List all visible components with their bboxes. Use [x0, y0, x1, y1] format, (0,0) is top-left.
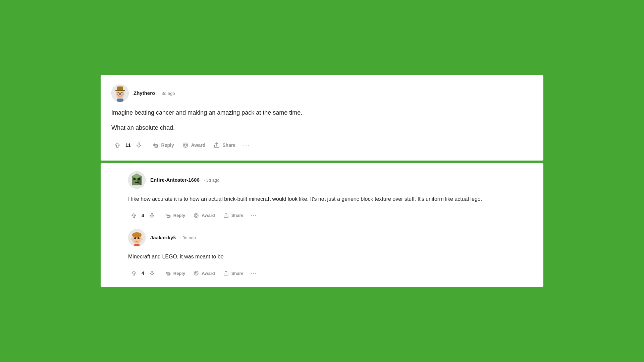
svg-point-30 [194, 271, 198, 275]
svg-rect-16 [138, 178, 140, 180]
reply-award-button-2[interactable]: Award [190, 268, 218, 278]
svg-point-10 [184, 144, 186, 146]
reply-upvote-1[interactable] [128, 210, 140, 221]
svg-point-23 [131, 238, 133, 240]
vote-count: 11 [124, 142, 132, 148]
reply-downvote-2[interactable] [146, 268, 158, 278]
reply-item-1: Entire-Anteater-1606 · 3d ago I like how… [128, 171, 533, 221]
award-button[interactable]: Award [179, 140, 209, 150]
reply-more-options-2[interactable]: ··· [248, 268, 260, 279]
svg-rect-8 [117, 99, 123, 102]
reply-avatar-1 [128, 171, 146, 189]
reply-reply-button-2[interactable]: Reply [162, 268, 189, 278]
reply-upvote-2[interactable] [128, 268, 140, 278]
comment-meta: Zhythero · 3d ago [133, 90, 175, 96]
svg-point-25 [134, 237, 136, 239]
reply-item-2: Jaakarikyk · 3d ago Minecraft and LEGO, … [128, 229, 533, 279]
svg-point-19 [195, 215, 197, 217]
reply-share-button-2[interactable]: Share [220, 268, 247, 278]
reply-vote-count-1: 4 [140, 213, 146, 218]
page-wrapper: Zhythero · 3d ago Imagine beating cancer… [101, 75, 543, 287]
reply-header-2: Jaakarikyk · 3d ago [128, 229, 533, 246]
reply-avatar-2 [128, 229, 146, 246]
reply-vote-group-2: 4 [128, 268, 158, 278]
reply-action-bar-2: 4 Reply Award Shar [128, 268, 533, 279]
more-options-button[interactable]: ··· [240, 139, 252, 151]
reply-timestamp-1: · 3d ago [204, 178, 219, 183]
svg-point-27 [135, 238, 136, 238]
replies-card: Entire-Anteater-1606 · 3d ago I like how… [101, 163, 543, 287]
reply-username-2[interactable]: Jaakarikyk [150, 235, 176, 240]
reply-vote-count-2: 4 [140, 270, 146, 276]
share-button[interactable]: Share [210, 140, 239, 150]
vote-group: 11 [111, 140, 145, 150]
svg-point-28 [139, 238, 139, 238]
svg-point-24 [141, 238, 143, 240]
reply-body-2: Minecraft and LEGO, it was meant to be [128, 252, 533, 261]
reply-reply-button-1[interactable]: Reply [162, 210, 189, 221]
reply-award-button-1[interactable]: Award [190, 210, 218, 221]
reply-inner: Entire-Anteater-1606 · 3d ago I like how… [111, 171, 533, 279]
username[interactable]: Zhythero [133, 90, 155, 96]
svg-rect-4 [115, 90, 125, 90]
svg-rect-17 [135, 182, 139, 183]
avatar [111, 84, 129, 102]
svg-point-9 [183, 143, 187, 147]
reply-body-1: I like how accurate it is to how an actu… [128, 195, 533, 203]
reply-downvote-1[interactable] [146, 210, 158, 221]
action-bar: 11 Reply Award Share ··· [111, 139, 533, 151]
svg-point-22 [132, 232, 142, 238]
reply-username-1[interactable]: Entire-Anteater-1606 [150, 177, 200, 183]
timestamp: · 3d ago [159, 91, 175, 96]
main-comment-card: Zhythero · 3d ago Imagine beating cancer… [101, 75, 543, 161]
reply-action-bar-1: 4 Reply Award Shar [128, 210, 533, 221]
upvote-button[interactable] [111, 140, 123, 150]
reply-meta-1: Entire-Anteater-1606 · 3d ago [150, 177, 219, 183]
reply-meta-2: Jaakarikyk · 3d ago [150, 235, 196, 241]
comment-body: Imagine beating cancer and making an ama… [111, 108, 533, 133]
reply-timestamp-2: · 3d ago [180, 235, 196, 240]
reply-more-options-1[interactable]: ··· [248, 210, 260, 221]
svg-point-31 [195, 272, 197, 274]
svg-point-26 [138, 237, 140, 239]
svg-point-18 [194, 214, 198, 218]
reply-vote-group-1: 4 [128, 210, 158, 221]
reply-button[interactable]: Reply [149, 140, 177, 150]
reply-header-1: Entire-Anteater-1606 · 3d ago [128, 171, 533, 189]
downvote-button[interactable] [133, 140, 145, 150]
reply-share-button-1[interactable]: Share [220, 210, 247, 221]
svg-rect-29 [134, 244, 140, 246]
svg-rect-15 [133, 178, 136, 180]
comment-header: Zhythero · 3d ago [111, 84, 533, 102]
